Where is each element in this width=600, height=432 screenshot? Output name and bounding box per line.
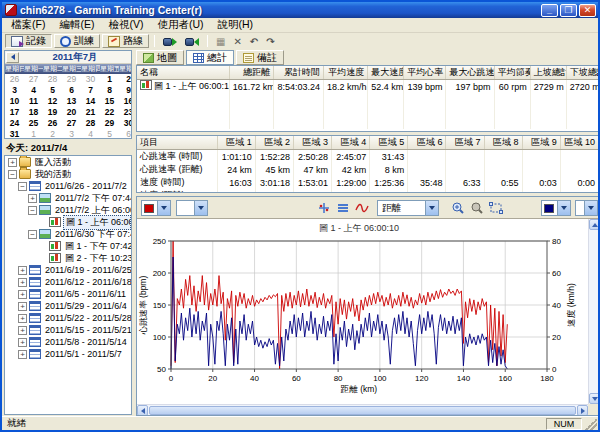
tree-item[interactable]: 圖 1 - 上午 06:00:10 (5, 216, 131, 228)
tree-item[interactable]: −2011/6/26 - 2011/7/2 (5, 180, 131, 192)
menu-item[interactable]: 檢視(V) (101, 18, 150, 32)
series2-color-select[interactable] (541, 200, 571, 216)
tree-item[interactable]: 圖 1 - 下午 07:42:14 (5, 240, 131, 252)
tab-note[interactable]: 備註 (236, 50, 284, 65)
table-row[interactable]: 心跳速率 (距離)24 km45 km47 km42 km8 km (137, 163, 599, 176)
tree-expander-plus[interactable]: + (18, 290, 27, 299)
calendar-day[interactable]: 5 (100, 129, 119, 139)
scroll-down-button[interactable] (589, 393, 600, 404)
records-button[interactable]: 記錄 (5, 34, 52, 48)
calendar-prev-button[interactable] (6, 52, 19, 63)
tree-expander-plus[interactable]: + (18, 338, 27, 347)
calendar-day[interactable]: 2 (43, 129, 62, 139)
column-header[interactable]: 最大速度 (368, 66, 404, 80)
calendar-day[interactable]: 27 (62, 118, 81, 129)
tree-item[interactable]: +2011/7/2 下午 07:44:12 (5, 192, 131, 204)
column-header[interactable]: 上坡總計 (530, 66, 566, 80)
column-header[interactable]: 區域 8 (484, 136, 522, 150)
curve-view-button[interactable] (353, 200, 371, 216)
column-header[interactable]: 區域 3 (293, 136, 331, 150)
tree-item[interactable]: +2011/5/29 - 2011/6/4 (5, 300, 131, 312)
calendar-day[interactable]: 28 (81, 118, 100, 129)
zoom-out-button[interactable] (468, 200, 486, 216)
redo-button[interactable]: ↷ (263, 34, 277, 48)
calendar-day[interactable]: 23 (119, 107, 132, 118)
calendar-day[interactable]: 11 (24, 96, 43, 107)
calendar-day[interactable]: 10 (5, 96, 24, 107)
tab-summary[interactable]: 總計 (186, 50, 234, 65)
close-button[interactable]: ✕ (579, 4, 596, 17)
column-header[interactable]: 累計時間 (273, 66, 323, 80)
column-header[interactable]: 區域 2 (255, 136, 293, 150)
calendar-day[interactable]: 18 (24, 107, 43, 118)
tree-item[interactable]: +2011/5/1 - 2011/5/7 (5, 348, 131, 360)
send-to-device-button[interactable] (160, 34, 180, 48)
courses-button[interactable]: 路線 (102, 34, 149, 48)
tab-map[interactable]: 地圖 (136, 50, 184, 65)
column-header[interactable]: 區域 1 (217, 136, 255, 150)
tree-item[interactable]: 圖 2 - 下午 10:23:11 (5, 252, 131, 264)
tree-item[interactable]: +2011/5/8 - 2011/5/14 (5, 336, 131, 348)
delete-button[interactable]: ✕ (230, 34, 244, 48)
scroll-right-button[interactable] (577, 405, 588, 416)
calendar-day[interactable]: 29 (62, 74, 81, 85)
column-header[interactable]: 區域 10 (560, 136, 598, 150)
column-header[interactable]: 項目 (137, 136, 217, 150)
column-header[interactable]: 最大心跳速率 (446, 66, 494, 80)
menu-item[interactable]: 編輯(E) (52, 18, 101, 32)
tree-expander-minus[interactable]: − (28, 230, 37, 239)
calendar-day[interactable]: 9 (119, 85, 132, 96)
tree-expander-plus[interactable]: + (18, 278, 27, 287)
calendar-day[interactable]: 7 (81, 85, 100, 96)
undo-button[interactable]: ↶ (247, 34, 261, 48)
tree-expander-plus[interactable]: + (18, 266, 27, 275)
resize-grip-icon[interactable] (585, 418, 597, 430)
minimize-button[interactable]: _ (541, 4, 558, 17)
tree-item[interactable]: +2011/5/22 - 2011/5/28 (5, 312, 131, 324)
column-header[interactable]: 名稱 (137, 66, 229, 80)
scroll-up-button[interactable] (589, 219, 600, 230)
scale-button[interactable]: ▦ (213, 34, 228, 48)
x-axis-mode-select[interactable]: 距離 (377, 200, 439, 216)
tree-expander-plus[interactable]: + (18, 326, 27, 335)
calendar-day[interactable]: 2 (119, 74, 132, 85)
tree-item[interactable]: +2011/6/19 - 2011/6/25 (5, 264, 131, 276)
calendar-day[interactable]: 3 (5, 85, 24, 96)
calendar-day[interactable]: 1 (100, 74, 119, 85)
calendar-day[interactable]: 14 (81, 96, 100, 107)
column-header[interactable]: 區域 5 (370, 136, 408, 150)
calendar-day[interactable]: 6 (62, 85, 81, 96)
calendar-day[interactable]: 26 (43, 118, 62, 129)
calendar-day[interactable]: 27 (24, 74, 43, 85)
zoom-in-button[interactable] (449, 200, 467, 216)
column-header[interactable]: 區域 7 (446, 136, 484, 150)
data-points-view-button[interactable] (315, 200, 333, 216)
tree-expander-plus[interactable]: + (28, 194, 37, 203)
calendar-day[interactable]: 17 (5, 107, 24, 118)
tree-expander-minus[interactable]: − (8, 170, 17, 179)
calendar-day[interactable]: 15 (100, 96, 119, 107)
calendar-day[interactable]: 24 (5, 118, 24, 129)
column-header[interactable]: 平均心率 (404, 66, 446, 80)
calendar-day[interactable]: 19 (43, 107, 62, 118)
calendar-day[interactable]: 1 (24, 129, 43, 139)
calendar-day[interactable]: 29 (100, 118, 119, 129)
menu-item[interactable]: 使用者(U) (150, 18, 210, 32)
series1-extra-select[interactable] (176, 200, 208, 216)
tree-expander-plus[interactable]: + (18, 302, 27, 311)
tree-item[interactable]: +2011/6/5 - 2011/6/11 (5, 288, 131, 300)
training-button[interactable]: 訓練 (54, 34, 100, 48)
tree-expander-plus[interactable]: + (18, 350, 27, 359)
tree-item[interactable]: +2011/6/12 - 2011/6/18 (5, 276, 131, 288)
column-header[interactable]: 區域 9 (522, 136, 560, 150)
chart-horizontal-scrollbar[interactable] (137, 404, 588, 415)
calendar-day[interactable]: 25 (24, 118, 43, 129)
chart-vertical-scrollbar[interactable] (588, 219, 599, 404)
table-row[interactable]: 圖 1 - 上午 06:00:10161.72 km8:54:03.2418.2… (137, 80, 599, 94)
receive-from-device-button[interactable] (182, 34, 202, 48)
tree-expander-minus[interactable]: − (28, 206, 37, 215)
series2-extra-select[interactable] (575, 200, 598, 216)
table-row[interactable]: 速度 (時間)16:033:01:181:53:011:29:001:25:36… (137, 176, 599, 189)
menu-item[interactable]: 說明(H) (211, 18, 261, 32)
column-header[interactable]: 區域 4 (332, 136, 370, 150)
